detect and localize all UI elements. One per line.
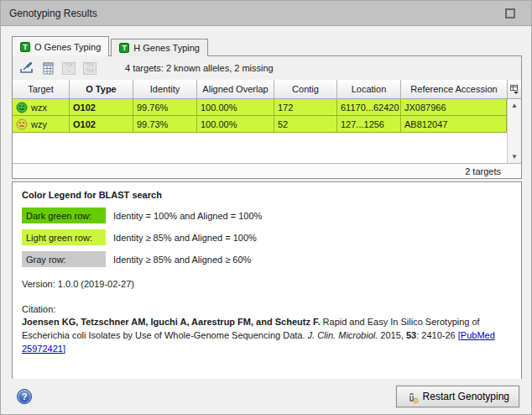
column-header-reference-accession[interactable]: Reference Accession bbox=[401, 80, 507, 99]
column-header-target[interactable]: Target bbox=[13, 80, 70, 99]
target-cell: wzx bbox=[13, 99, 70, 115]
extract-sequence-icon: TCA↳ bbox=[60, 60, 78, 77]
legend-swatch-dark-green: Dark green row: bbox=[22, 208, 106, 223]
column-header-contig[interactable]: Contig bbox=[274, 80, 337, 99]
scroll-up-icon[interactable]: ▲ bbox=[508, 99, 521, 112]
neutral-face-yellow-icon bbox=[16, 118, 28, 130]
reference-accession-cell: JX087966 bbox=[401, 99, 507, 115]
column-header-location[interactable]: Location bbox=[337, 80, 401, 99]
contig-cell: 172 bbox=[274, 99, 337, 115]
export-graphics-icon[interactable] bbox=[18, 60, 36, 77]
targets-summary: 4 targets: 2 known alleles, 2 missing bbox=[125, 63, 274, 73]
citation-year: 2015, bbox=[378, 330, 406, 340]
genotyping-results-window: Genotyping Results T O Genes Typing T H … bbox=[0, 0, 532, 415]
typing-result-icon: T bbox=[20, 42, 30, 52]
location-cell: 61170...62420 bbox=[337, 99, 401, 115]
legend-swatch-gray: Gray row: bbox=[22, 251, 106, 267]
scroll-down-icon[interactable]: ▼ bbox=[508, 150, 521, 163]
citation-authors: Joensen KG, Tetzschner AM, Iguchi A, Aar… bbox=[22, 317, 321, 327]
show-table-icon[interactable] bbox=[39, 60, 57, 77]
legend-entry-light-green: Light green row: Identity ≥ 85% and Alig… bbox=[22, 229, 512, 245]
targets-count: 2 targets bbox=[465, 166, 501, 176]
o-genes-typing-panel: TCA↳ TCATCA 4 targets: 2 known alleles, … bbox=[12, 55, 522, 179]
column-header-o-type[interactable]: O Type bbox=[70, 80, 133, 99]
column-header-aligned-overlap[interactable]: Aligned Overlap bbox=[197, 80, 274, 99]
o-type-cell: O102 bbox=[70, 116, 133, 132]
genotyping-tool-icon: T⚙ bbox=[406, 391, 418, 402]
titlebar: Genotyping Results bbox=[1, 1, 531, 26]
column-header-identity[interactable]: Identity bbox=[133, 80, 197, 99]
restart-button-label: Restart Genotyping bbox=[423, 391, 509, 402]
tab-label: H Genes Typing bbox=[133, 43, 200, 53]
citation-volume: 53 bbox=[406, 330, 416, 340]
window-title: Genotyping Results bbox=[9, 8, 97, 19]
o-type-cell: O102 bbox=[70, 99, 133, 115]
citation-paragraph: Joensen KG, Tetzschner AM, Iguchi A, Aar… bbox=[22, 316, 517, 356]
contig-cell: 52 bbox=[274, 116, 337, 132]
legend-description: Identity ≥ 85% and Aligned = 100% bbox=[113, 233, 257, 243]
legend-description: Identity ≥ 85% and Aligned ≥ 60% bbox=[113, 255, 251, 265]
typing-result-icon: T bbox=[119, 43, 129, 53]
table-row[interactable]: wzx O102 99.76% 100.00% 172 61170...6242… bbox=[13, 99, 507, 116]
aligned-overlap-cell: 100.00% bbox=[197, 99, 274, 115]
tab-o-genes-typing[interactable]: T O Genes Typing bbox=[12, 36, 109, 56]
aligned-overlap-cell: 100.00% bbox=[197, 116, 274, 132]
version-text: Version: 1.0.0 (2019-02-27) bbox=[22, 279, 512, 289]
tab-h-genes-typing[interactable]: T H Genes Typing bbox=[111, 39, 208, 56]
column-settings-icon[interactable] bbox=[507, 80, 521, 99]
table-header-row: Target O Type Identity Aligned Overlap C… bbox=[13, 80, 507, 99]
citation-journal: J. Clin. Microbiol. bbox=[308, 330, 378, 340]
table-toolbar: TCA↳ TCATCA 4 targets: 2 known alleles, … bbox=[13, 56, 521, 80]
happy-face-green-icon bbox=[16, 102, 28, 113]
identity-cell: 99.76% bbox=[133, 99, 197, 115]
vertical-scrollbar[interactable]: ▲ ▼ bbox=[507, 99, 521, 163]
reference-accession-cell: AB812047 bbox=[401, 116, 507, 132]
extract-all-sequences-icon: TCATCA bbox=[81, 60, 99, 77]
table-row[interactable]: wzy O102 99.73% 100.00% 52 127...1256 AB… bbox=[13, 116, 507, 133]
legend-panel: Color Legend for BLAST search Dark green… bbox=[12, 181, 522, 381]
tab-label: O Genes Typing bbox=[34, 42, 101, 52]
table-status-bar: 2 targets bbox=[13, 163, 521, 178]
citation-pages: : 2410-26 bbox=[416, 330, 458, 340]
results-table: Target O Type Identity Aligned Overlap C… bbox=[13, 80, 521, 163]
legend-description: Identity = 100% and Aligned = 100% bbox=[113, 211, 262, 221]
legend-entry-dark-green: Dark green row: Identity = 100% and Alig… bbox=[22, 208, 512, 223]
restart-genotyping-button[interactable]: T⚙ Restart Genotyping bbox=[396, 386, 519, 407]
float-window-icon[interactable] bbox=[505, 8, 515, 18]
tab-bar: T O Genes Typing T H Genes Typing bbox=[12, 36, 210, 56]
identity-cell: 99.73% bbox=[133, 116, 197, 132]
help-icon[interactable]: ? bbox=[17, 389, 32, 404]
citation-label: Citation: bbox=[22, 304, 512, 314]
footer-bar: ? T⚙ Restart Genotyping bbox=[1, 379, 531, 414]
legend-title: Color Legend for BLAST search bbox=[22, 190, 512, 200]
target-cell: wzy bbox=[13, 116, 70, 132]
legend-entry-gray: Gray row: Identity ≥ 85% and Aligned ≥ 6… bbox=[22, 251, 512, 267]
location-cell: 127...1256 bbox=[337, 116, 401, 132]
legend-swatch-light-green: Light green row: bbox=[22, 229, 106, 245]
